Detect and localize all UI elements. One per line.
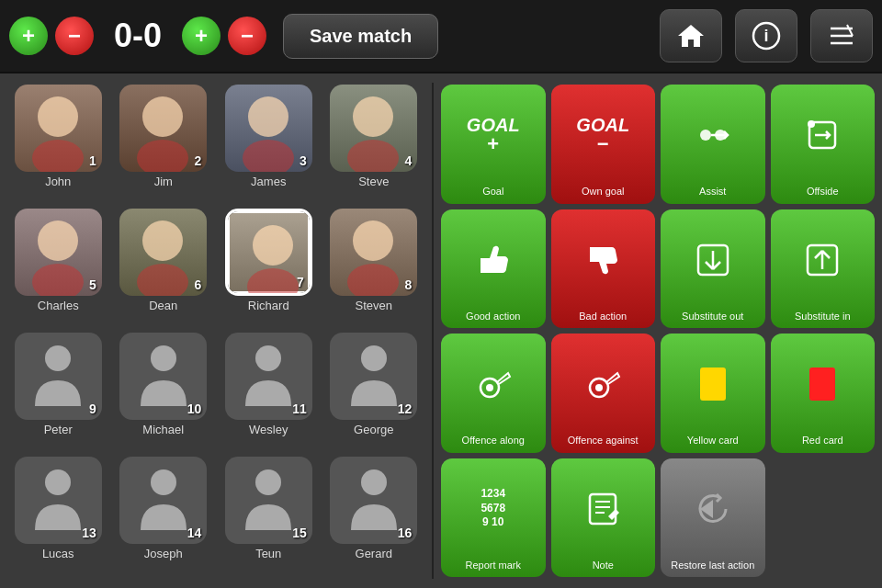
player-name-2: Jim xyxy=(154,175,173,188)
player-avatar-3: 3 xyxy=(225,85,312,172)
svg-point-12 xyxy=(353,96,393,137)
player-number-11: 11 xyxy=(292,401,307,416)
player-grid: 1John 2Jim 3James 4Steve 5Charles 6Dean … xyxy=(0,74,432,588)
action-good-action-button[interactable]: Good action xyxy=(441,209,546,329)
player-name-12: George xyxy=(354,423,393,436)
action-own-goal-button[interactable]: GOAL−Own goal xyxy=(551,85,656,204)
player-name-10: Michael xyxy=(142,423,184,436)
svg-point-37 xyxy=(486,384,493,391)
player-cell-10[interactable]: 10Michael xyxy=(113,333,215,453)
save-match-button[interactable]: Save match xyxy=(283,14,438,59)
action-report-mark-button[interactable]: 123456789 10Report mark xyxy=(441,458,546,578)
silhouette-icon-14 xyxy=(136,466,191,535)
silhouette-icon-9 xyxy=(30,342,85,411)
player-name-15: Teun xyxy=(255,547,281,560)
svg-point-16 xyxy=(142,220,183,261)
player-name-13: Lucas xyxy=(42,547,74,560)
player-cell-6[interactable]: 6Dean xyxy=(113,209,215,329)
action-restore-button[interactable]: Restore last action xyxy=(661,458,765,578)
svg-point-23 xyxy=(151,345,176,371)
svg-point-13 xyxy=(347,140,399,172)
action-red-card-button[interactable]: Red card xyxy=(771,334,876,453)
apps-icon xyxy=(827,21,856,51)
player-avatar-5: 5 xyxy=(15,209,102,296)
player-cell-14[interactable]: 14Joseph xyxy=(113,457,215,577)
player-name-4: Steve xyxy=(358,175,389,188)
player-avatar-13: 13 xyxy=(15,457,102,544)
silhouette-icon-12 xyxy=(346,342,401,411)
player-cell-7[interactable]: 7Richard xyxy=(218,209,320,329)
player-cell-1[interactable]: 1John xyxy=(7,85,109,205)
player-cell-8[interactable]: 8Steven xyxy=(323,209,425,329)
score-left-add-button[interactable]: + xyxy=(9,17,48,55)
action-offside-label: Offside xyxy=(807,186,839,198)
player-cell-16[interactable]: 16Gerard xyxy=(323,457,425,577)
score-right-minus-button[interactable]: − xyxy=(228,17,266,55)
action-offside-icon xyxy=(771,85,876,186)
player-cell-5[interactable]: 5Charles xyxy=(7,209,109,329)
svg-line-5 xyxy=(847,25,853,36)
action-offence-against-label: Offence against xyxy=(568,435,639,447)
apps-button[interactable] xyxy=(810,9,873,62)
silhouette-icon-16 xyxy=(346,466,401,535)
action-goal-icon: GOAL+ xyxy=(441,85,546,186)
action-good-action-icon xyxy=(441,209,546,311)
player-name-5: Charles xyxy=(38,299,79,312)
action-substitute-in-button[interactable]: Substitute in xyxy=(771,209,876,329)
player-cell-13[interactable]: 13Lucas xyxy=(7,457,109,577)
player-cell-2[interactable]: 2Jim xyxy=(113,85,215,205)
home-button[interactable] xyxy=(660,9,722,62)
svg-point-17 xyxy=(137,264,188,296)
action-red-card-label: Red card xyxy=(802,435,843,447)
svg-point-10 xyxy=(248,96,288,137)
action-yellow-card-label: Yellow card xyxy=(687,435,739,447)
svg-point-15 xyxy=(32,264,84,296)
action-bad-action-button[interactable]: Bad action xyxy=(551,209,656,329)
action-note-button[interactable]: Note xyxy=(551,458,656,578)
action-restore-icon xyxy=(661,458,765,560)
action-offence-along-button[interactable]: Offence along xyxy=(441,334,546,453)
player-avatar-15: 15 xyxy=(225,457,312,544)
player-cell-11[interactable]: 11Wesley xyxy=(218,333,320,453)
player-cell-4[interactable]: 4Steve xyxy=(323,85,425,205)
player-name-9: Peter xyxy=(44,423,73,436)
score-display: 0-0 xyxy=(101,17,175,55)
player-number-9: 9 xyxy=(89,401,96,416)
action-goal-button[interactable]: GOAL+Goal xyxy=(441,85,546,204)
silhouette-icon-15 xyxy=(241,466,296,535)
player-cell-15[interactable]: 15Teun xyxy=(218,457,320,577)
player-avatar-14: 14 xyxy=(119,457,207,544)
player-avatar-1: 1 xyxy=(15,85,102,172)
player-avatar-4: 4 xyxy=(330,85,417,172)
player-number-16: 16 xyxy=(398,526,413,540)
player-cell-9[interactable]: 9Peter xyxy=(7,333,109,453)
player-avatar-11: 11 xyxy=(225,333,312,420)
action-offence-against-button[interactable]: Offence against xyxy=(551,334,656,453)
player-avatar-8: 8 xyxy=(330,209,417,296)
action-yellow-card-button[interactable]: Yellow card xyxy=(661,334,765,453)
score-left-minus-button[interactable]: − xyxy=(55,17,94,55)
action-assist-button[interactable]: Assist xyxy=(661,85,765,204)
svg-point-7 xyxy=(32,140,84,172)
player-name-3: James xyxy=(251,175,286,188)
score-right-add-button[interactable]: + xyxy=(182,17,220,55)
svg-point-11 xyxy=(243,140,294,172)
player-cell-12[interactable]: 12George xyxy=(323,333,425,453)
svg-point-14 xyxy=(38,220,78,261)
silhouette-icon-10 xyxy=(136,342,191,411)
action-offside-button[interactable]: Offside xyxy=(771,85,876,204)
player-cell-3[interactable]: 3James xyxy=(218,85,320,205)
player-number-10: 10 xyxy=(187,401,202,416)
action-offence-against-icon xyxy=(551,334,656,435)
action-substitute-out-button[interactable]: Substitute out xyxy=(661,209,765,329)
home-icon xyxy=(676,21,706,51)
svg-point-26 xyxy=(45,469,71,495)
svg-point-19 xyxy=(247,268,299,296)
info-button[interactable]: i xyxy=(735,9,797,62)
player-number-12: 12 xyxy=(398,401,413,416)
action-grid: GOAL+GoalGOAL−Own goal Assist Offside Go… xyxy=(434,74,882,588)
action-substitute-out-icon xyxy=(661,209,765,311)
action-note-label: Note xyxy=(593,560,614,571)
svg-point-6 xyxy=(38,96,78,137)
player-name-7: Richard xyxy=(248,299,289,312)
